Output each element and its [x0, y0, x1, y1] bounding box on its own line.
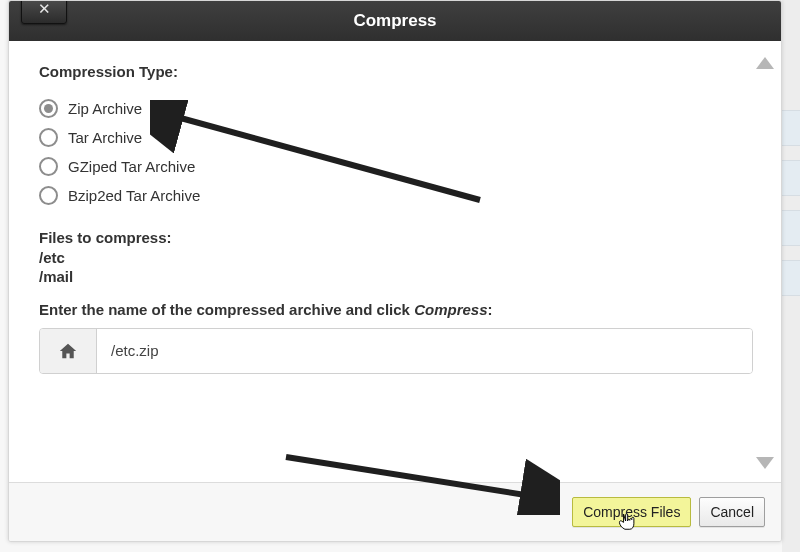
radio-label: Tar Archive: [68, 129, 142, 146]
radio-icon: [39, 157, 58, 176]
background-strip: [782, 0, 800, 552]
compression-type-radiogroup: Zip Archive Tar Archive GZiped Tar Archi…: [39, 94, 751, 210]
prompt-suffix: :: [488, 301, 493, 318]
prompt-prefix: Enter the name of the compressed archive…: [39, 301, 414, 318]
archive-name-input[interactable]: [97, 329, 752, 373]
files-to-compress-block: Files to compress: /etc /mail: [39, 228, 751, 287]
file-path: /etc: [39, 248, 751, 268]
archive-name-input-group: [39, 328, 753, 374]
dialog-titlebar: ✕ Compress: [9, 1, 781, 41]
radio-tar-archive[interactable]: Tar Archive: [39, 123, 751, 152]
compression-type-label: Compression Type:: [39, 63, 751, 80]
prompt-emph: Compress: [414, 301, 487, 318]
radio-bzip2ed-tar-archive[interactable]: Bzip2ed Tar Archive: [39, 181, 751, 210]
radio-icon: [39, 128, 58, 147]
bg-stub: [782, 110, 800, 146]
files-to-compress-label: Files to compress:: [39, 228, 751, 248]
file-path: /mail: [39, 267, 751, 287]
close-icon: ✕: [38, 0, 51, 17]
home-button[interactable]: [40, 329, 97, 373]
compress-files-button[interactable]: Compress Files: [572, 497, 691, 527]
radio-icon: [39, 99, 58, 118]
bg-stub: [782, 210, 800, 246]
archive-name-prompt: Enter the name of the compressed archive…: [39, 301, 751, 318]
radio-zip-archive[interactable]: Zip Archive: [39, 94, 751, 123]
close-button[interactable]: ✕: [21, 0, 67, 24]
radio-label: GZiped Tar Archive: [68, 158, 195, 175]
radio-label: Bzip2ed Tar Archive: [68, 187, 200, 204]
cancel-button[interactable]: Cancel: [699, 497, 765, 527]
dialog-footer: Compress Files Cancel: [9, 482, 781, 541]
dialog-title: Compress: [353, 11, 436, 31]
radio-label: Zip Archive: [68, 100, 142, 117]
radio-gziped-tar-archive[interactable]: GZiped Tar Archive: [39, 152, 751, 181]
radio-icon: [39, 186, 58, 205]
bg-stub: [782, 260, 800, 296]
dialog-body: Compression Type: Zip Archive Tar Archiv…: [9, 41, 781, 483]
bg-stub: [782, 160, 800, 196]
home-icon: [58, 342, 78, 360]
compress-dialog: ✕ Compress Compression Type: Zip Archive…: [8, 0, 782, 542]
